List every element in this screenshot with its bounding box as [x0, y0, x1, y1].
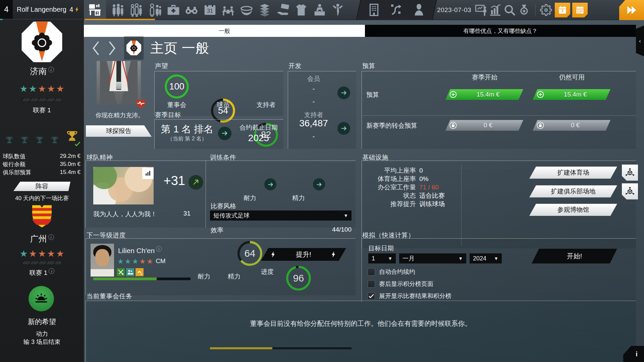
board-tasks-panel	[86, 301, 636, 362]
star-icon: ★	[19, 249, 28, 258]
info-icon[interactable]: i	[48, 67, 54, 72]
player-trait-badges	[117, 268, 145, 276]
active-underline	[85, 19, 155, 20]
week-calendar-button[interactable]: 7	[555, 3, 570, 17]
current-date: 2023-07-03	[435, 5, 474, 15]
year-dropdown[interactable]: 2024▼	[470, 253, 502, 263]
budget-title: 预算	[362, 62, 375, 70]
club-building-icon[interactable]	[366, 1, 382, 18]
match-style-dropdown[interactable]: 短传攻式足球 ▼	[210, 210, 352, 221]
transfer-budget-label: 新赛季的转会预算	[366, 121, 417, 130]
grounds-3d-button[interactable]	[622, 183, 638, 199]
opponent-badge[interactable]	[28, 204, 56, 229]
stadium-3d-button[interactable]	[622, 165, 638, 181]
cube-3d-icon	[624, 167, 636, 179]
start-simulation-button[interactable]: 开始!	[532, 249, 617, 263]
checkbox[interactable]	[368, 268, 375, 276]
match-style-label: 比赛风格	[211, 202, 236, 210]
info-value: 适合比赛	[419, 191, 445, 200]
documents-icon[interactable]	[257, 1, 272, 18]
squad-icon[interactable]	[111, 1, 126, 18]
info-icon[interactable]: i	[49, 268, 54, 274]
sim-checkbox-row[interactable]: 赛后显示积分榜页面	[368, 280, 451, 288]
medical-icon[interactable]	[166, 1, 181, 18]
gear-icon[interactable]	[539, 1, 553, 19]
club-league: 联赛 1	[0, 106, 84, 115]
checkbox[interactable]	[368, 280, 375, 288]
season-calendar-icon	[575, 5, 585, 15]
continue-button[interactable]	[619, 0, 644, 20]
meeting-icon[interactable]	[220, 1, 236, 18]
infrastructure-button[interactable]: 扩建俱乐部场地	[529, 185, 617, 197]
squad-button[interactable]: 阵容	[13, 182, 70, 191]
whistle	[116, 82, 121, 89]
stat-label: 俱乐部预算	[3, 169, 31, 176]
tactics-icon[interactable]	[389, 1, 404, 18]
achievements-icon[interactable]	[517, 1, 531, 19]
chevron-down-icon: ▼	[494, 256, 498, 261]
manager-slot[interactable]: 4 Rolf Langenberg 4	[0, 0, 84, 19]
scout-report-button[interactable]: 球探报告	[86, 125, 152, 137]
trophy-icon	[50, 135, 59, 145]
month-dropdown[interactable]: 一月▼	[399, 253, 466, 263]
info-icon[interactable]: i	[156, 246, 162, 252]
budget-start-bar[interactable]: 15.4m €	[445, 89, 523, 100]
bolt-icon	[270, 250, 277, 259]
mood-badge[interactable]	[29, 286, 54, 311]
nav-home-active[interactable]	[84, 0, 106, 19]
back-button[interactable]	[90, 40, 102, 56]
tab-hint[interactable]: 有哪些优点，又有哪些缺点？	[365, 25, 636, 37]
sim-checkbox-row[interactable]: 自动合约续约	[368, 267, 451, 276]
presentation-icon[interactable]	[474, 1, 488, 19]
infrastructure-button-label: 参观博物馆	[557, 205, 589, 214]
staff-icon[interactable]	[129, 1, 145, 18]
star-icon: ★	[139, 258, 146, 265]
supporters-arrow[interactable]	[337, 122, 350, 135]
goal-current: （当前 第 2 名）	[157, 135, 217, 142]
topbar-divider	[535, 4, 536, 16]
scouting-icon[interactable]	[184, 1, 199, 18]
budget-available-bar[interactable]: 15.4m €	[533, 89, 610, 100]
tab-general[interactable]: 一般	[84, 25, 365, 37]
finance-icon[interactable]	[275, 1, 291, 18]
search-icon[interactable]	[502, 1, 517, 19]
youth-icon[interactable]	[147, 1, 163, 18]
supporters-value: 36,487	[288, 118, 339, 129]
season-calendar-button[interactable]	[572, 3, 588, 17]
press-icon[interactable]	[312, 1, 327, 18]
infrastructure-button[interactable]: 扩建体育场	[529, 167, 617, 179]
statistics-icon[interactable]	[488, 1, 502, 19]
goal-detail-arrow[interactable]	[218, 127, 231, 140]
stamina-arrow[interactable]	[264, 178, 276, 190]
manager-status: 你现在精力充沛。	[85, 111, 155, 119]
forward-button[interactable]	[106, 40, 118, 56]
calendar-icon[interactable]: 31	[202, 1, 218, 18]
manager-name: Rolf Langenberg	[17, 6, 69, 13]
spirit-trend-arrow[interactable]	[189, 175, 203, 190]
opponent-league-label: 联赛 1	[30, 269, 48, 276]
members-arrow[interactable]	[337, 86, 350, 99]
manager-profile-icon[interactable]	[411, 1, 427, 18]
checkbox-label: 展开显示比赛结果和积分榜	[379, 292, 451, 300]
panel-collapse-tab[interactable]: ‹	[636, 25, 644, 56]
day-value: 1	[372, 255, 375, 262]
fast-forward-icon	[625, 4, 638, 16]
team-trait-badge	[126, 268, 134, 276]
boost-button[interactable]: 提升!	[261, 248, 346, 261]
stat-row: 球队数值29.2m €	[0, 152, 84, 160]
sim-checkbox-row[interactable]: 展开显示比赛结果和积分榜	[368, 292, 451, 300]
checkbox[interactable]	[368, 292, 375, 300]
day-dropdown[interactable]: 1▼	[368, 253, 396, 263]
fans-icon[interactable]	[330, 1, 345, 18]
supporters-sub: -	[292, 133, 335, 140]
player-photo[interactable]	[91, 244, 114, 277]
infrastructure-button[interactable]: 参观博物馆	[529, 204, 617, 216]
club-badge[interactable]	[21, 21, 63, 63]
infrastructure-row: 状态适合比赛	[366, 191, 473, 200]
plus-circle-icon	[449, 90, 458, 99]
stadium-icon[interactable]	[239, 1, 254, 18]
kit-icon[interactable]	[293, 1, 309, 18]
slot-number: 4	[0, 0, 13, 19]
info-icon[interactable]: i	[48, 234, 54, 240]
energy-arrow[interactable]	[313, 178, 325, 190]
